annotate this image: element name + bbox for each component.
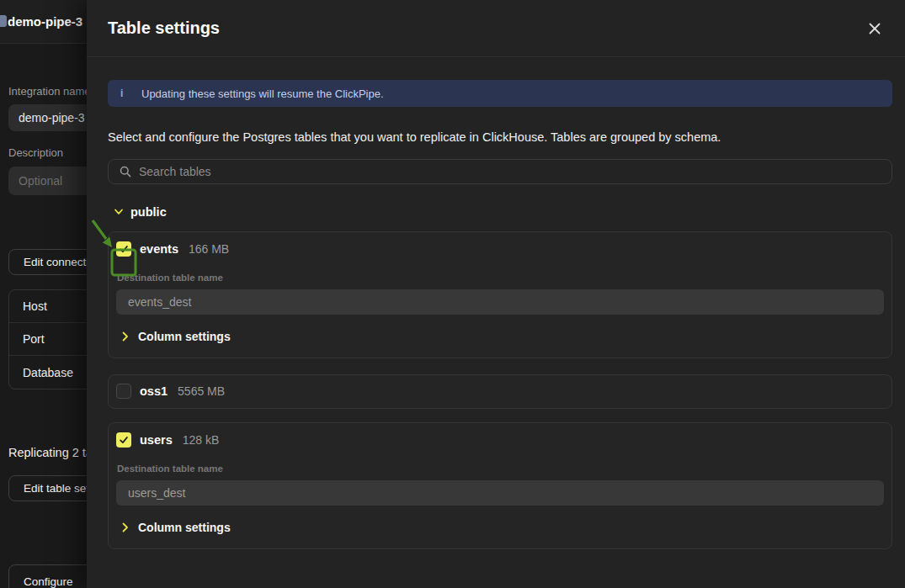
info-icon: i [120,87,141,99]
info-banner: i Updating these settings will resume th… [108,80,892,107]
users-checkbox[interactable] [116,432,131,448]
table-card-users: users 128 kB Destination table name Colu… [108,422,892,549]
table-name: oss1 [140,384,168,398]
events-checkbox[interactable] [116,241,131,257]
column-settings-label: Column settings [138,521,231,534]
destination-table-label: Destination table name [117,464,892,474]
column-settings-toggle[interactable]: Column settings [122,521,892,548]
destination-table-label: Destination table name [117,273,892,283]
modal-header: Table settings [87,0,905,57]
destination-table-input[interactable] [116,480,884,506]
table-card-oss1: oss1 5565 MB [108,374,892,409]
chevron-right-icon [122,331,129,342]
column-settings-label: Column settings [138,330,231,343]
table-name: events [140,242,178,256]
modal-description: Select and configure the Postgres tables… [108,130,892,144]
table-row: oss1 5565 MB [109,375,892,408]
search-tables-box[interactable] [108,159,892,184]
table-size: 166 MB [189,242,229,256]
table-size: 5565 MB [178,384,225,398]
oss1-checkbox[interactable] [116,384,131,399]
integration-name-label: Integration name [8,85,91,98]
table-row: users 128 kB [109,423,892,448]
pipe-badge-icon [0,15,7,27]
search-input[interactable] [139,165,892,178]
table-card-events: events 166 MB Destination table name Col… [108,231,892,358]
close-icon[interactable] [865,19,885,39]
modal-title: Table settings [108,19,865,38]
column-settings-toggle[interactable]: Column settings [122,330,892,358]
schema-name: public [130,205,167,219]
schema-group-public[interactable]: public [114,205,892,219]
description-label: Description [8,146,63,159]
chevron-right-icon [122,522,129,532]
search-icon [119,165,132,178]
table-name: users [140,433,173,447]
modal-body: i Updating these settings will resume th… [87,80,905,549]
table-settings-modal: Table settings i Updating these settings… [87,0,905,588]
page-title: demo-pipe-3 [8,14,83,29]
table-size: 128 kB [183,433,220,447]
destination-table-input[interactable] [116,289,884,315]
table-row: events 166 MB [109,232,892,257]
info-banner-text: Updating these settings will resume the … [141,87,384,100]
chevron-down-icon [114,209,124,215]
